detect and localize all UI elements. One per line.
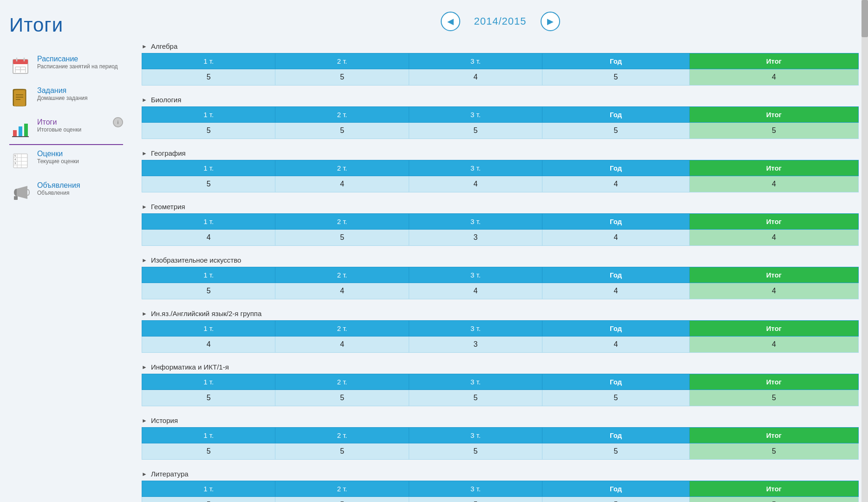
grade-t3: 4	[409, 283, 542, 299]
scroll-thumb[interactable]	[861, 0, 868, 37]
itogi-badge: i	[113, 117, 123, 127]
subject-header[interactable]: ► Ин.яз./Английский язык/2-я группа	[142, 308, 859, 320]
table-header-row: 1 т. 2 т. 3 т. Год Итог	[142, 428, 859, 443]
svg-rect-15	[13, 130, 17, 137]
subject-header[interactable]: ► Алгебра	[142, 40, 859, 53]
sidebar-item-schedule[interactable]: Расписание Расписание занятий на период	[0, 50, 132, 82]
itogi-label: Итоги	[37, 118, 81, 126]
col-god-header: Год	[542, 374, 690, 390]
col-god-header: Год	[542, 107, 690, 123]
grade-t3: 3	[409, 230, 542, 246]
sidebar: Итоги Расписание Расписание занятий на п…	[0, 0, 132, 502]
col-t1-header: 1 т.	[142, 160, 275, 176]
grades-text: Оценки Текущие оценки	[37, 150, 79, 165]
subjects-container: ► Алгебра 1 т. 2 т. 3 т. Год Итог 5 5 4 …	[142, 40, 859, 502]
col-god-header: Год	[542, 53, 690, 69]
col-itog-header: Итог	[689, 53, 858, 69]
subject-name: Литература	[151, 470, 189, 478]
prev-year-button[interactable]: ◀	[441, 12, 460, 31]
grade-t1: 5	[142, 176, 275, 192]
grade-god: 4	[542, 176, 690, 192]
table-header-row: 1 т. 2 т. 3 т. Год Итог	[142, 214, 859, 230]
col-t2-header: 2 т.	[275, 428, 409, 443]
svg-rect-16	[19, 126, 22, 137]
grade-t2: 5	[275, 69, 409, 86]
table-header-row: 1 т. 2 т. 3 т. Год Итог	[142, 481, 859, 497]
col-t3-header: 3 т.	[409, 428, 542, 443]
grade-itog: 4	[689, 69, 858, 86]
subject-section: ► Ин.яз./Английский язык/2-я группа 1 т.…	[142, 308, 859, 353]
sidebar-item-grades[interactable]: 5 4 3 Оценки Текущие оценки	[0, 145, 132, 177]
itogi-sublabel: Итоговые оценки	[37, 126, 81, 133]
col-t3-header: 3 т.	[409, 214, 542, 230]
schedule-sublabel: Расписание занятий на период	[37, 63, 118, 70]
col-t1-header: 1 т.	[142, 481, 275, 497]
subject-section: ► Литература 1 т. 2 т. 3 т. Год Итог 5 5…	[142, 468, 859, 502]
grade-t2: 4	[275, 283, 409, 299]
col-god-header: Год	[542, 267, 690, 283]
calendar-icon	[9, 55, 32, 77]
table-header-row: 1 т. 2 т. 3 т. Год Итог	[142, 53, 859, 69]
grade-itog: 5	[689, 443, 858, 460]
announcements-label: Объявления	[37, 181, 80, 190]
table-row: 5 5 5 5 5	[142, 497, 859, 502]
grade-table: 1 т. 2 т. 3 т. Год Итог 5 5 5 5 5	[142, 374, 859, 406]
grade-t2: 4	[275, 337, 409, 353]
announce-icon	[9, 181, 32, 204]
svg-marker-31	[17, 186, 27, 199]
expand-arrow-icon: ►	[142, 417, 147, 424]
main-content: ◀ 2014/2015 ▶ ► Алгебра 1 т. 2 т. 3 т. Г…	[132, 0, 868, 502]
next-year-button[interactable]: ▶	[541, 12, 560, 31]
subject-header[interactable]: ► История	[142, 415, 859, 427]
chart-icon	[9, 118, 32, 140]
grade-table: 1 т. 2 т. 3 т. Год Итог 5 4 4 4 4	[142, 160, 859, 192]
subject-header[interactable]: ► География	[142, 147, 859, 160]
grade-itog: 5	[689, 123, 858, 139]
subject-name: Геометрия	[151, 203, 185, 211]
subject-header[interactable]: ► Информатика и ИКТ/1-я	[142, 361, 859, 374]
grade-t1: 5	[142, 123, 275, 139]
grade-god: 5	[542, 497, 690, 502]
grade-itog: 5	[689, 497, 858, 502]
svg-rect-17	[24, 124, 28, 137]
year-label: 2014/2015	[474, 15, 527, 27]
col-t1-header: 1 т.	[142, 267, 275, 283]
svg-point-33	[26, 190, 29, 195]
col-t3-header: 3 т.	[409, 267, 542, 283]
table-header-row: 1 т. 2 т. 3 т. Год Итог	[142, 321, 859, 337]
tasks-text: Задания Домашние задания	[37, 86, 88, 101]
sidebar-item-itogi[interactable]: Итоги Итоговые оценки i	[0, 113, 132, 145]
grade-table: 1 т. 2 т. 3 т. Год Итог 4 4 3 4 4	[142, 320, 859, 353]
subject-header[interactable]: ► Литература	[142, 468, 859, 481]
svg-rect-11	[14, 90, 25, 106]
subject-name: География	[151, 149, 186, 157]
col-god-header: Год	[542, 160, 690, 176]
grade-table: 1 т. 2 т. 3 т. Год Итог 5 5 5 5 5	[142, 481, 859, 502]
itogi-text: Итоги Итоговые оценки	[37, 118, 81, 133]
grade-t2: 5	[275, 443, 409, 460]
grade-t1: 5	[142, 443, 275, 460]
sidebar-item-tasks[interactable]: Задания Домашние задания	[0, 82, 132, 113]
table-row: 5 4 4 4 4	[142, 176, 859, 192]
sidebar-item-announcements[interactable]: Объявления Объявления	[0, 177, 132, 208]
expand-arrow-icon: ►	[142, 97, 147, 103]
col-itog-header: Итог	[689, 214, 858, 230]
col-itog-header: Итог	[689, 321, 858, 337]
subject-header[interactable]: ► Геометрия	[142, 201, 859, 213]
grade-itog: 4	[689, 283, 858, 299]
grade-god: 4	[542, 283, 690, 299]
subject-header[interactable]: ► Изобразительное искусство	[142, 254, 859, 267]
subject-header[interactable]: ► Биология	[142, 94, 859, 106]
grade-t3: 5	[409, 123, 542, 139]
table-row: 4 4 3 4 4	[142, 337, 859, 353]
scrollbar[interactable]	[861, 0, 868, 502]
grade-t1: 5	[142, 69, 275, 86]
grade-table: 1 т. 2 т. 3 т. Год Итог 5 5 4 5 4	[142, 53, 859, 86]
col-t2-header: 2 т.	[275, 107, 409, 123]
grade-t1: 5	[142, 390, 275, 406]
col-t1-header: 1 т.	[142, 107, 275, 123]
col-itog-header: Итог	[689, 160, 858, 176]
col-t3-header: 3 т.	[409, 53, 542, 69]
grade-t2: 5	[275, 390, 409, 406]
grade-god: 4	[542, 230, 690, 246]
